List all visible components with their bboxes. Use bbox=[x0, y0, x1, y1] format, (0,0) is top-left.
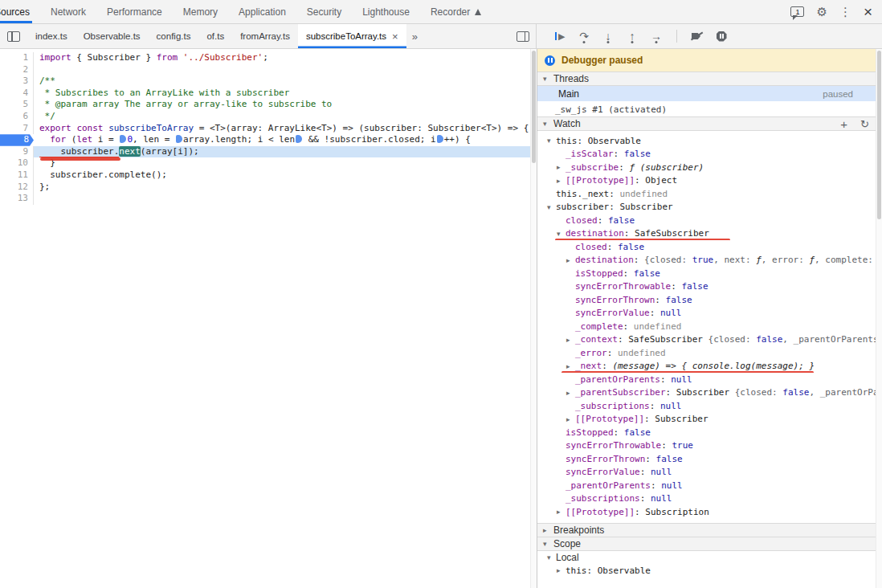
step-out-icon[interactable]: ↑ bbox=[622, 27, 643, 45]
watch-row[interactable]: _subscriptions: null bbox=[537, 492, 876, 506]
debugger-panel-toggle-icon[interactable] bbox=[517, 31, 529, 42]
watch-row[interactable]: _subscriptions: null bbox=[537, 399, 876, 413]
section-header-threads[interactable]: ▾ Threads bbox=[537, 71, 876, 86]
chevron-right-icon[interactable]: ▸ bbox=[557, 508, 566, 516]
chevron-right-icon[interactable]: ▸ bbox=[557, 163, 566, 171]
panel-tab-sources[interactable]: Sources bbox=[0, 0, 40, 23]
pause-on-exceptions-icon[interactable] bbox=[711, 27, 732, 45]
sidebar-scrollbar[interactable] bbox=[876, 49, 882, 588]
watch-row[interactable]: ▾destination: SafeSubscriber bbox=[537, 227, 876, 241]
chevron-right-icon[interactable]: ▸ bbox=[566, 389, 575, 397]
watch-row[interactable]: ▸[[Prototype]]: Object bbox=[537, 174, 876, 188]
scope-row[interactable]: ▾Local bbox=[537, 551, 876, 565]
watch-row[interactable]: syncErrorThrowable: true bbox=[537, 439, 876, 453]
editor-line[interactable]: 2 bbox=[0, 64, 530, 76]
line-number[interactable]: 6 bbox=[0, 111, 34, 123]
line-number[interactable]: 13 bbox=[0, 193, 34, 205]
panel-tab-application[interactable]: Application bbox=[228, 0, 296, 23]
line-number[interactable]: 9 bbox=[0, 146, 34, 158]
watch-row[interactable]: _isScalar: false bbox=[537, 148, 876, 161]
inline-breakpoint-marker-icon[interactable] bbox=[296, 135, 302, 143]
chevron-right-icon[interactable]: ▸ bbox=[566, 336, 575, 344]
watch-row[interactable]: ▸destination: {closed: true, next: ƒ, er… bbox=[537, 254, 876, 267]
section-header-watch[interactable]: ▾ Watch + ↻ bbox=[537, 116, 876, 131]
console-messages-icon[interactable]: 1 bbox=[790, 6, 804, 17]
panel-tab-lighthouse[interactable]: Lighthouse bbox=[352, 0, 420, 23]
chevron-down-icon[interactable]: ▾ bbox=[557, 230, 566, 238]
chevron-right-icon[interactable]: ▸ bbox=[566, 256, 575, 264]
editor-line[interactable]: 5 * @param array The array or array-like… bbox=[0, 99, 530, 111]
editor-line[interactable]: 11 subscriber.complete(); bbox=[0, 169, 530, 182]
inline-breakpoint-marker-icon[interactable] bbox=[437, 135, 443, 143]
inline-breakpoint-marker-icon[interactable] bbox=[176, 135, 182, 143]
watch-row[interactable]: syncErrorValue: null bbox=[537, 466, 876, 480]
chevron-right-icon[interactable]: ▸ bbox=[566, 362, 575, 370]
add-watch-icon[interactable]: + bbox=[840, 118, 847, 130]
watch-row[interactable]: ▸[[Prototype]]: Subscriber bbox=[537, 413, 876, 427]
more-tabs-icon[interactable]: » bbox=[406, 24, 423, 48]
editor-scrollbar[interactable] bbox=[530, 49, 537, 588]
step-over-icon[interactable]: ↷ bbox=[574, 27, 594, 45]
more-options-icon[interactable]: ⋮ bbox=[839, 6, 851, 18]
watch-row[interactable]: ▸_parentSubscriber: Subscriber {closed: … bbox=[537, 386, 876, 400]
editor-line[interactable]: 6 */ bbox=[0, 111, 530, 123]
close-tab-icon[interactable]: × bbox=[392, 31, 398, 42]
watch-row[interactable]: isStopped: false bbox=[537, 267, 876, 280]
panel-tab-memory[interactable]: Memory bbox=[173, 0, 228, 23]
panel-tab-recorder[interactable]: Recorder bbox=[420, 0, 492, 23]
watch-row[interactable]: syncErrorThrown: false bbox=[537, 452, 876, 466]
watch-row[interactable]: closed: false bbox=[537, 240, 876, 254]
section-header-breakpoints[interactable]: ▸ Breakpoints bbox=[537, 523, 876, 537]
watch-row[interactable]: syncErrorValue: null bbox=[537, 307, 876, 321]
navigator-panel-toggle-icon[interactable] bbox=[7, 31, 20, 42]
chevron-down-icon[interactable]: ▾ bbox=[547, 203, 556, 211]
file-tab[interactable]: config.ts bbox=[149, 24, 199, 48]
watch-row[interactable]: ▸_context: SafeSubscriber {closed: false… bbox=[537, 333, 876, 347]
thread-row[interactable]: Mainpaused bbox=[537, 86, 876, 101]
file-tab[interactable]: fromArray.ts bbox=[232, 24, 298, 48]
watch-row[interactable]: ▾subscriber: Subscriber bbox=[537, 201, 876, 214]
line-number[interactable]: 1 bbox=[0, 52, 34, 64]
deactivate-breakpoints-icon[interactable] bbox=[687, 27, 708, 45]
section-header-scope[interactable]: ▾ Scope bbox=[537, 537, 876, 551]
editor-line[interactable]: 13 bbox=[0, 193, 530, 205]
line-number[interactable]: 5 bbox=[0, 99, 34, 111]
file-tab[interactable]: of.ts bbox=[198, 24, 232, 48]
chevron-down-icon[interactable]: ▾ bbox=[547, 553, 556, 561]
watch-row[interactable]: ▸_subscribe: ƒ (subscriber) bbox=[537, 161, 876, 174]
line-number[interactable]: 12 bbox=[0, 182, 34, 194]
settings-gear-icon[interactable]: ⚙ bbox=[816, 6, 827, 18]
file-tab[interactable]: Observable.ts bbox=[76, 24, 149, 48]
breakpoint-marker[interactable]: 8 bbox=[0, 134, 34, 146]
code-editor[interactable]: 1import { Subscriber } from '../Subscrib… bbox=[0, 49, 530, 588]
watch-row[interactable]: _error: undefined bbox=[537, 346, 876, 360]
chevron-right-icon[interactable]: ▸ bbox=[566, 415, 575, 423]
watch-row[interactable]: syncErrorThrown: false bbox=[537, 293, 876, 307]
line-number[interactable]: 4 bbox=[0, 88, 34, 100]
watch-row[interactable]: syncErrorThrowable: false bbox=[537, 280, 876, 294]
resume-icon[interactable]: ▶ bbox=[549, 27, 570, 45]
file-tab[interactable]: subscribeToArray.ts× bbox=[298, 24, 406, 48]
chevron-down-icon[interactable]: ▾ bbox=[547, 137, 556, 145]
inline-breakpoint-marker-icon[interactable] bbox=[120, 135, 126, 143]
refresh-watch-icon[interactable]: ↻ bbox=[860, 119, 869, 129]
watch-row[interactable]: _complete: undefined bbox=[537, 320, 876, 333]
line-number[interactable]: 11 bbox=[0, 169, 34, 182]
watch-row[interactable]: isStopped: false bbox=[537, 426, 876, 439]
file-tab[interactable]: index.ts bbox=[27, 24, 76, 48]
watch-row[interactable]: this._next: undefined bbox=[537, 187, 876, 201]
editor-line[interactable]: 12}; bbox=[0, 182, 530, 194]
panel-tab-performance[interactable]: Performance bbox=[96, 0, 173, 23]
watch-row[interactable]: ▸_next: (message) => { console.log(messa… bbox=[537, 360, 876, 374]
chevron-right-icon[interactable]: ▸ bbox=[557, 177, 566, 185]
chevron-right-icon[interactable]: ▸ bbox=[557, 566, 566, 574]
editor-line[interactable]: 9 subscriber.next(array[i]); bbox=[0, 146, 530, 158]
line-number[interactable]: 2 bbox=[0, 64, 34, 76]
editor-line[interactable]: 7export const subscribeToArray = <T>(arr… bbox=[0, 123, 530, 135]
step-icon[interactable]: → bbox=[646, 27, 667, 45]
watch-row[interactable]: ▸[[Prototype]]: Subscription bbox=[537, 505, 876, 519]
editor-line[interactable]: 3/** bbox=[0, 76, 530, 88]
step-into-icon[interactable]: ↓ bbox=[598, 27, 619, 45]
panel-tab-network[interactable]: Network bbox=[40, 0, 96, 23]
line-number[interactable]: 10 bbox=[0, 157, 34, 169]
